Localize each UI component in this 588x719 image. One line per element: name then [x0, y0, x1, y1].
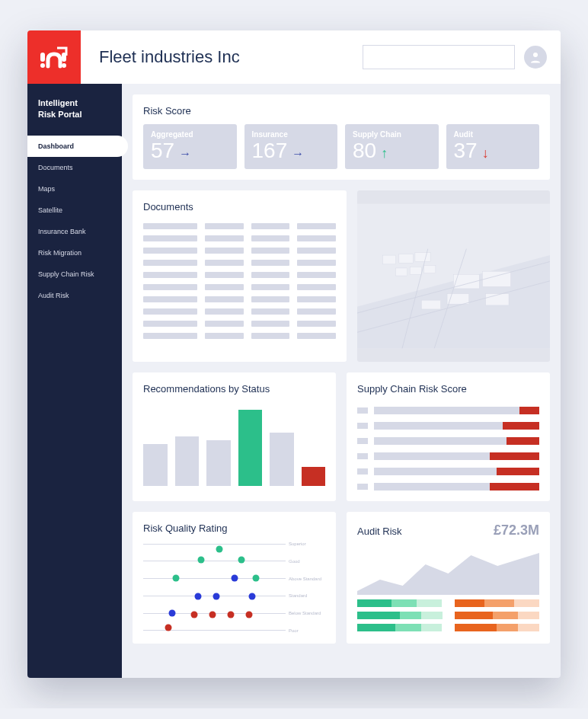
svg-marker-18: [357, 553, 539, 595]
svg-point-2: [62, 63, 66, 68]
sidebar-item-audit-risk[interactable]: Audit Risk: [27, 285, 122, 306]
documents-title: Documents: [143, 201, 336, 213]
user-icon: [529, 50, 542, 64]
tile-supply-chain[interactable]: Supply Chain 80 ↑: [345, 124, 439, 169]
tile-value: 37: [454, 140, 478, 161]
audit-stacked-bars: [357, 599, 539, 631]
tile-insurance[interactable]: Insurance 167 →: [244, 124, 338, 169]
sidebar-item-insurance-bank[interactable]: Insurance Bank: [27, 221, 122, 242]
map-panel[interactable]: [357, 190, 550, 362]
svg-rect-1: [40, 53, 45, 62]
tile-label: Supply Chain: [353, 130, 431, 139]
arrow-right-icon: →: [179, 147, 191, 161]
arrow-right-icon: →: [292, 147, 304, 161]
audit-area-chart: [357, 549, 539, 595]
recommendations-title: Recommendations by Status: [143, 383, 325, 395]
risk-score-card: Risk Score Aggregated 57 → Insurance 167: [133, 94, 550, 180]
tile-label: Audit: [454, 130, 532, 139]
tile-audit[interactable]: Audit 37 ↓: [446, 124, 540, 169]
search-input[interactable]: [363, 45, 515, 69]
tile-label: Insurance: [252, 130, 331, 139]
tile-label: Aggregated: [151, 130, 229, 139]
svg-rect-11: [410, 267, 421, 274]
recommendations-card: Recommendations by Status: [133, 372, 336, 501]
app-window: Fleet industries Inc Intelligent Risk Po…: [27, 30, 561, 678]
sidebar-item-documents[interactable]: Documents: [27, 157, 122, 178]
documents-card: Documents: [133, 190, 347, 362]
svg-rect-14: [482, 271, 510, 286]
audit-risk-card: Audit Risk £72.3M: [347, 512, 550, 644]
svg-rect-15: [486, 294, 509, 305]
tile-value: 167: [252, 140, 288, 161]
tile-value: 57: [151, 140, 174, 161]
svg-rect-9: [415, 253, 430, 262]
sidebar-item-satellite[interactable]: Satellite: [27, 200, 122, 221]
sidebar-item-maps[interactable]: Maps: [27, 178, 122, 200]
svg-rect-17: [421, 300, 440, 309]
svg-point-0: [40, 63, 45, 68]
risk-quality-card: Risk Quality Rating Superior Good Above …: [133, 512, 336, 644]
documents-table-placeholder: [143, 220, 336, 339]
tile-value: 80: [353, 140, 376, 161]
svg-point-4: [533, 53, 538, 57]
supply-chain-title: Supply Chain Risk Score: [357, 383, 539, 395]
sidebar-title: Intelligent Risk Portal: [27, 94, 122, 136]
supply-chain-bars: [357, 402, 539, 491]
audit-value: £72.3M: [494, 522, 539, 538]
tile-aggregated[interactable]: Aggregated 57 →: [143, 124, 237, 169]
svg-rect-8: [399, 254, 414, 263]
svg-rect-7: [383, 255, 396, 264]
map-illustration-icon: [357, 190, 550, 362]
sidebar-item-dashboard[interactable]: Dashboard: [27, 136, 128, 157]
avatar[interactable]: [524, 46, 547, 69]
audit-title: Audit Risk: [357, 526, 402, 537]
svg-rect-12: [424, 266, 436, 273]
risk-quality-scatter: Superior Good Above Standard Standard Be…: [143, 542, 325, 633]
recommendations-bar-chart: [143, 402, 325, 486]
sidebar-item-supply-chain-risk[interactable]: Supply Chain Risk: [27, 264, 122, 285]
risk-quality-title: Risk Quality Rating: [143, 522, 325, 534]
page-title: Fleet industries Inc: [99, 47, 240, 67]
sidebar-item-risk-migration[interactable]: Risk Migration: [27, 242, 122, 264]
arrow-up-icon: ↑: [381, 145, 388, 161]
risk-score-title: Risk Score: [143, 105, 539, 117]
brand-logo[interactable]: [27, 30, 81, 84]
supply-chain-card: Supply Chain Risk Score: [347, 372, 550, 501]
main-content: Risk Score Aggregated 57 → Insurance 167: [122, 84, 561, 678]
svg-rect-10: [396, 268, 407, 276]
iai-logo-icon: [39, 45, 69, 69]
arrow-down-icon: ↓: [482, 145, 489, 161]
header: Fleet industries Inc: [27, 30, 561, 84]
sidebar: Intelligent Risk Portal Dashboard Docume…: [27, 84, 122, 678]
